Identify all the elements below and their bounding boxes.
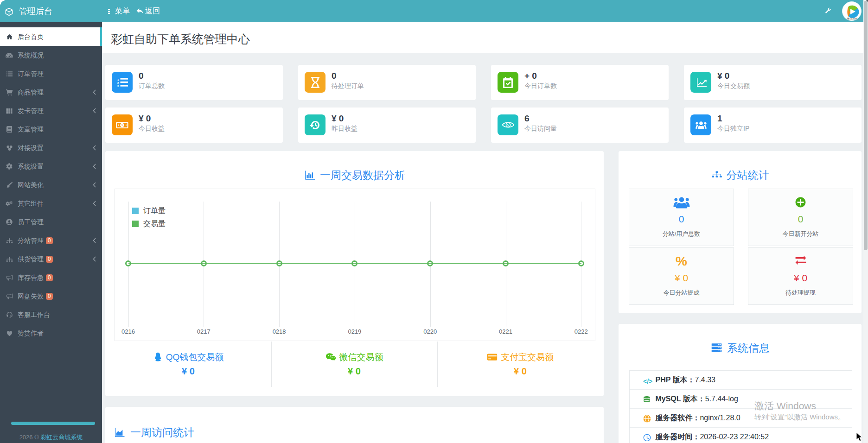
svg-text:2: 2 [117,81,119,84]
svg-text:3: 3 [117,84,119,87]
svg-text:腾讯视频: 腾讯视频 [847,17,858,21]
svg-text:1: 1 [117,77,119,81]
